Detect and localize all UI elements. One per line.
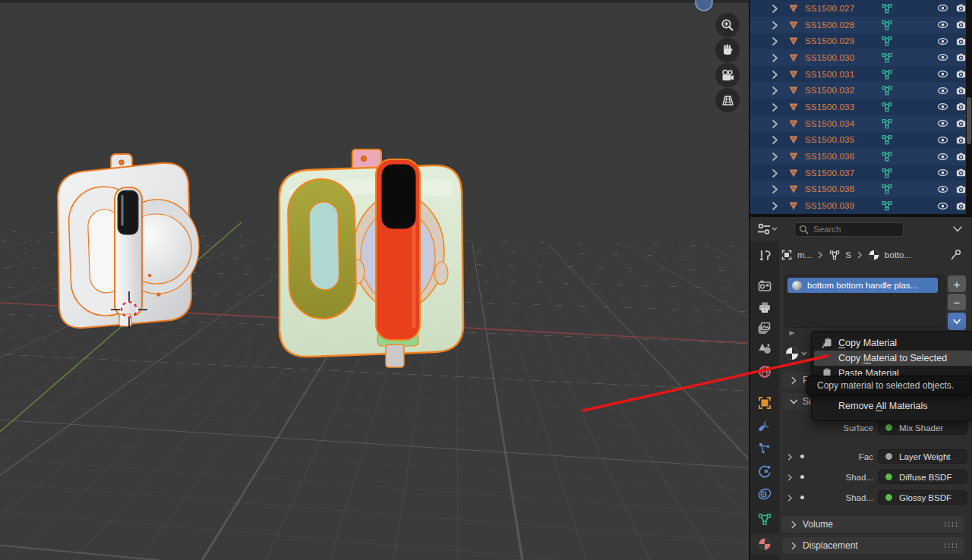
properties-search[interactable] <box>794 222 904 236</box>
surface-shader-select[interactable]: Mix Shader <box>878 420 967 435</box>
outliner-row[interactable]: SS1500.034 <box>750 115 972 132</box>
tab-material[interactable] <box>750 533 779 555</box>
hide-eye-icon[interactable] <box>937 19 948 30</box>
tab-tool[interactable] <box>750 245 779 266</box>
remove-slot-button[interactable]: − <box>948 294 966 310</box>
render-visibility-camera-icon[interactable] <box>955 19 967 30</box>
outliner-row[interactable]: SS1500.037 <box>750 165 972 181</box>
outliner-row[interactable]: SS1500.038 <box>750 181 972 198</box>
menu-item-copy-material-to-selected[interactable]: Copy Material to Selected <box>814 351 972 366</box>
outliner-row[interactable]: SS1500.030 <box>750 49 972 66</box>
editor-type-button[interactable] <box>756 222 778 237</box>
expand-chevron-icon[interactable] <box>768 134 781 146</box>
shader2-node-select[interactable]: Glossy BSDF <box>878 490 967 505</box>
object-name[interactable]: SS1500.038 <box>805 184 881 193</box>
expand-chevron-icon[interactable] <box>768 52 781 64</box>
hide-eye-icon[interactable] <box>937 118 948 129</box>
object-name[interactable]: SS1500.037 <box>805 168 881 178</box>
hide-eye-icon[interactable] <box>937 134 948 146</box>
hide-eye-icon[interactable] <box>937 101 948 112</box>
expand-chevron-icon[interactable] <box>785 493 794 502</box>
slot-specials-menu-button[interactable] <box>948 313 966 330</box>
pan-gizmo-button[interactable] <box>715 38 740 62</box>
hide-eye-icon[interactable] <box>937 36 948 47</box>
render-visibility-camera-icon[interactable] <box>955 2 967 14</box>
material-slot-name[interactable]: bottom bottom handle plas... <box>807 281 917 290</box>
tab-particles[interactable] <box>750 438 779 459</box>
expand-chevron-icon[interactable] <box>785 473 794 482</box>
breadcrumb-mesh-name[interactable]: S <box>845 250 851 260</box>
ortho-toggle-gizmo-button[interactable] <box>715 88 740 112</box>
outliner-row[interactable]: SS1500.033 <box>750 99 972 115</box>
hide-eye-icon[interactable] <box>937 184 948 195</box>
expand-chevron-icon[interactable] <box>768 167 781 179</box>
outliner-row[interactable]: SS1500.035 <box>750 132 972 149</box>
render-visibility-camera-icon[interactable] <box>955 68 967 80</box>
expand-chevron-icon[interactable] <box>785 452 794 461</box>
nav-gizmo-ball[interactable] <box>693 0 718 15</box>
camera-view-gizmo-button[interactable] <box>715 63 740 87</box>
menu-item-remove-all-materials[interactable]: Remove All Materials <box>814 398 972 414</box>
tab-modifiers[interactable] <box>750 415 779 436</box>
hide-eye-icon[interactable] <box>937 200 948 212</box>
outliner-row[interactable]: SS1500.031 <box>750 66 972 83</box>
tab-object-data[interactable] <box>750 508 779 530</box>
outliner-row[interactable]: SS1500.029 <box>750 33 972 49</box>
breadcrumb-material-name[interactable]: botto... <box>885 250 911 260</box>
render-visibility-camera-icon[interactable] <box>955 167 967 178</box>
tab-constraints[interactable] <box>750 483 779 505</box>
expand-arrow-icon[interactable] <box>787 329 797 338</box>
panel-drag-handle-icon[interactable] <box>943 521 957 527</box>
shader1-node-select[interactable]: Diffuse BSDF <box>878 470 967 484</box>
expand-chevron-icon[interactable] <box>768 200 781 212</box>
expand-chevron-icon[interactable] <box>768 68 781 80</box>
object-name[interactable]: SS1500.031 <box>805 70 881 79</box>
tab-view-layer[interactable] <box>750 317 779 338</box>
menu-item-copy-material[interactable]: Copy Material <box>814 335 972 351</box>
tab-object[interactable] <box>750 392 779 414</box>
outliner-row[interactable]: SS1500.039 <box>750 197 972 214</box>
tab-physics[interactable] <box>750 461 779 482</box>
panel-volume[interactable]: Volume <box>782 516 964 533</box>
expand-chevron-icon[interactable] <box>768 118 781 130</box>
outliner-scrollbar-thumb[interactable] <box>967 97 971 144</box>
expand-chevron-icon[interactable] <box>768 183 781 195</box>
material-slot-list[interactable]: bottom bottom handle plas... <box>784 275 945 328</box>
object-name[interactable]: SS1500.029 <box>805 36 881 46</box>
zoom-gizmo-button[interactable] <box>715 13 740 37</box>
tab-output[interactable] <box>750 297 779 318</box>
render-visibility-camera-icon[interactable] <box>955 101 967 112</box>
expand-chevron-icon[interactable] <box>768 101 781 113</box>
outliner-row[interactable]: SS1500.032 <box>750 82 972 99</box>
add-slot-button[interactable]: + <box>948 275 966 292</box>
render-visibility-camera-icon[interactable] <box>955 118 967 129</box>
tab-scene[interactable] <box>750 338 779 359</box>
search-input[interactable] <box>794 222 904 237</box>
render-visibility-camera-icon[interactable] <box>955 184 967 195</box>
object-name[interactable]: SS1500.036 <box>805 152 881 161</box>
pin-icon[interactable] <box>949 248 963 262</box>
hide-eye-icon[interactable] <box>937 68 948 80</box>
expand-chevron-icon[interactable] <box>768 19 781 31</box>
render-visibility-camera-icon[interactable] <box>955 52 967 63</box>
object-name[interactable]: SS1500.039 <box>805 201 881 210</box>
tab-world[interactable] <box>750 361 779 382</box>
panel-drag-handle-icon[interactable] <box>943 543 957 549</box>
hide-eye-icon[interactable] <box>937 151 948 162</box>
outliner-row[interactable]: SS1500.036 <box>750 148 972 165</box>
tab-render[interactable] <box>750 275 779 297</box>
panel-displacement[interactable]: Displacement <box>782 537 964 554</box>
object-name[interactable]: SS1500.035 <box>805 135 881 144</box>
render-visibility-camera-icon[interactable] <box>955 151 967 162</box>
material-slot-selected[interactable]: bottom bottom handle plas... <box>787 278 938 293</box>
expand-chevron-icon[interactable] <box>768 150 781 162</box>
expand-chevron-icon[interactable] <box>768 84 781 96</box>
outliner-row[interactable]: SS1500.028 <box>750 17 972 33</box>
header-menu-chevron[interactable] <box>949 224 966 234</box>
hide-eye-icon[interactable] <box>937 85 948 96</box>
object-name[interactable]: SS1500.030 <box>805 53 881 62</box>
hide-eye-icon[interactable] <box>937 52 948 63</box>
expand-chevron-icon[interactable] <box>768 35 781 47</box>
fac-node-select[interactable]: Layer Weight <box>878 449 967 464</box>
expand-chevron-icon[interactable] <box>768 2 781 14</box>
